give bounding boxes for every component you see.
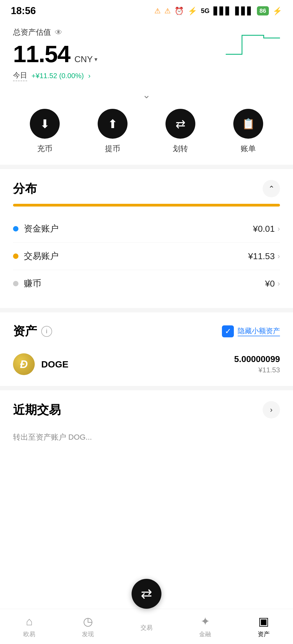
distribution-toggle-button[interactable]: ⌃	[263, 180, 280, 197]
assets-divider	[0, 308, 293, 312]
transaction-preview: 转出至资产账户 DOG...	[0, 424, 293, 442]
trading-account-name: 交易账户	[24, 250, 59, 262]
recent-divider	[0, 386, 293, 390]
distribution-title: 分布	[13, 181, 37, 197]
recent-header: 近期交易 ›	[13, 401, 280, 418]
doge-asset-left: Ð DOGE	[13, 353, 68, 375]
deposit-icon: ⬇	[40, 117, 50, 131]
deposit-action[interactable]: ⬇ 充币	[30, 109, 60, 154]
visibility-icon[interactable]: 👁	[55, 28, 62, 37]
hide-small-row: ✓ 隐藏小额资产	[222, 325, 280, 337]
collapse-row[interactable]: ⌄	[0, 89, 293, 101]
distribution-section: 分布 ⌃ 资金账户 ¥0.01 › 交易账户 ¥11.53 › 赚币	[0, 169, 293, 308]
nav-discover[interactable]: ◷ 发现	[59, 615, 117, 638]
fund-dot	[13, 226, 18, 231]
recent-title: 近期交易	[13, 402, 61, 418]
tx-preview-text: 转出至资产账户 DOG...	[13, 433, 92, 441]
status-time: 18:56	[11, 5, 36, 17]
total-amount: 11.54	[13, 40, 70, 68]
signal-bars-1-icon: ▋▋▋	[214, 7, 231, 15]
nav-discover-label: 发现	[82, 630, 94, 638]
account-circle: 📋	[233, 109, 263, 139]
nav-finance[interactable]: ✦ 金融	[176, 615, 234, 638]
assets-title-row: 资产 i	[13, 323, 52, 339]
assets-nav-icon: ▣	[258, 615, 269, 628]
bottom-nav: ⌂ 欧易 ◷ 发现 交易 ✦ 金融 ▣ 资产	[0, 609, 293, 644]
header-area: 总资产估值 👁 11.54 CNY ▾ 今日 +¥11.52 (0.00%) ›	[0, 22, 293, 81]
trading-account-row[interactable]: 交易账户 ¥11.53 ›	[13, 243, 280, 270]
fund-account-row[interactable]: 资金账户 ¥0.01 ›	[13, 215, 280, 243]
fund-account-right: ¥0.01 ›	[253, 224, 280, 234]
trading-account-right: ¥11.53 ›	[248, 251, 280, 261]
fund-chevron-icon: ›	[278, 224, 280, 233]
nav-home-label: 欧易	[23, 630, 35, 638]
status-bar: 18:56 ⚠ ⚠ ⏰ ⚡ 5G ▋▋▋ ▋▋▋ 86 ⚡	[0, 0, 293, 22]
nav-assets[interactable]: ▣ 资产	[234, 615, 293, 638]
distribution-bar	[13, 204, 280, 207]
trading-account-left: 交易账户	[13, 250, 59, 262]
doge-asset-item[interactable]: Ð DOGE 5.00000099 ¥11.53	[13, 348, 280, 380]
deposit-circle: ⬇	[30, 109, 60, 139]
discover-icon: ◷	[83, 615, 93, 628]
recent-transactions-section: 近期交易 ›	[0, 390, 293, 424]
earn-account-name: 赚币	[24, 278, 41, 290]
account-action[interactable]: 📋 账单	[233, 109, 263, 154]
today-row: 今日 +¥11.52 (0.00%) ›	[13, 71, 280, 81]
deposit-label: 充币	[37, 144, 52, 154]
network-5g-icon: 5G	[201, 7, 210, 15]
assets-section: 资产 i ✓ 隐藏小额资产 Ð DOGE 5.00000099 ¥11.53	[0, 312, 293, 386]
earn-chevron-icon: ›	[278, 279, 280, 288]
fund-account-amount: ¥0.01	[253, 224, 275, 234]
doge-icon: Ð	[13, 353, 35, 375]
warning-icon-1: ⚠	[154, 7, 161, 15]
earn-account-row[interactable]: 赚币 ¥0 ›	[13, 270, 280, 297]
doge-symbol: DOGE	[41, 359, 68, 370]
today-label: 今日	[13, 71, 27, 81]
account-icon: 📋	[242, 118, 255, 130]
collapse-icon: ⌄	[142, 89, 151, 101]
assets-info-icon[interactable]: i	[41, 326, 52, 337]
chevron-right-icon: ›	[270, 405, 272, 414]
action-buttons: ⬇ 充币 ⬆ 提币 ⇄ 划转 📋 账单	[0, 103, 293, 165]
signal-bars-2-icon: ▋▋▋	[235, 7, 253, 15]
finance-icon: ✦	[200, 615, 210, 628]
home-icon: ⌂	[26, 615, 33, 628]
transfer-icon: ⇄	[176, 117, 186, 131]
nav-assets-label: 资产	[258, 630, 270, 638]
hide-small-label[interactable]: 隐藏小额资产	[238, 326, 280, 336]
fund-account-name: 资金账户	[24, 223, 59, 235]
withdraw-circle: ⬆	[98, 109, 128, 139]
earn-account-amount: ¥0	[265, 279, 275, 289]
bluetooth-icon: ⚡	[188, 7, 197, 15]
assets-title: 资产	[13, 323, 37, 339]
currency-chevron-icon: ▾	[94, 56, 97, 63]
nav-home[interactable]: ⌂ 欧易	[0, 615, 59, 638]
status-icons: ⚠ ⚠ ⏰ ⚡ 5G ▋▋▋ ▋▋▋ 86 ⚡	[154, 6, 282, 15]
alarm-icon: ⏰	[174, 7, 184, 15]
today-arrow-icon: ›	[88, 72, 91, 80]
battery-level: 86	[257, 6, 269, 15]
withdraw-action[interactable]: ⬆ 提币	[98, 109, 128, 154]
trading-account-amount: ¥11.53	[248, 251, 275, 261]
fund-account-left: 资金账户	[13, 223, 59, 235]
assets-header: 资产 i ✓ 隐藏小额资产	[13, 323, 280, 339]
doge-amount: 5.00000099	[234, 354, 280, 364]
transfer-circle: ⇄	[165, 109, 195, 139]
doge-value: ¥11.53	[234, 366, 280, 374]
nav-trade[interactable]: 交易	[117, 621, 176, 632]
trading-chevron-icon: ›	[278, 252, 280, 261]
recent-arrow-button[interactable]: ›	[263, 401, 280, 418]
earn-dot	[13, 281, 18, 286]
account-label: 账单	[241, 144, 256, 154]
mini-chart	[226, 27, 280, 62]
transfer-label: 划转	[173, 144, 188, 154]
trade-fab-button[interactable]: ⇄	[132, 579, 161, 609]
hide-small-checkbox[interactable]: ✓	[222, 325, 234, 337]
today-change: +¥11.52 (0.00%)	[31, 72, 84, 80]
withdraw-label: 提币	[105, 144, 120, 154]
distribution-header: 分布 ⌃	[13, 180, 280, 197]
chevron-up-icon: ⌃	[268, 184, 275, 193]
transfer-action[interactable]: ⇄ 划转	[165, 109, 195, 154]
currency-label[interactable]: CNY ▾	[74, 54, 97, 64]
charging-icon: ⚡	[273, 7, 282, 15]
